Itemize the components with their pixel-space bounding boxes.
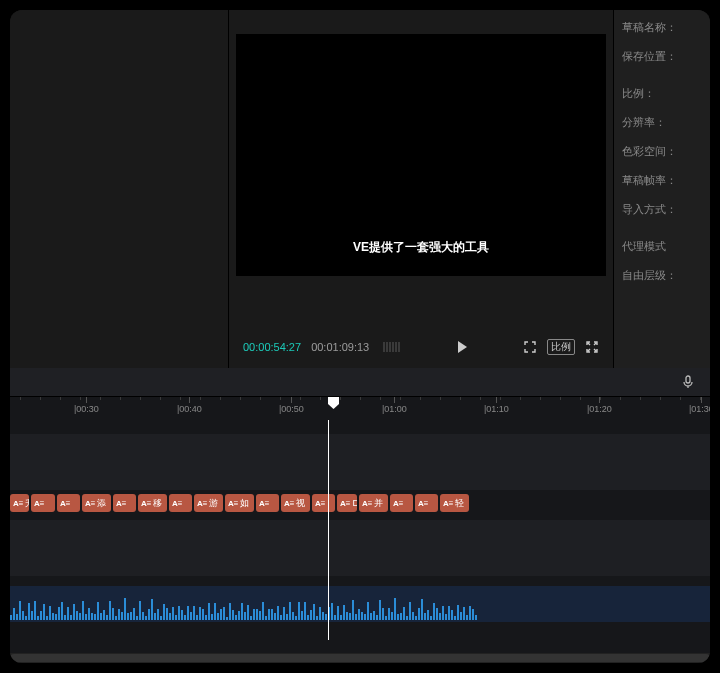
prop-save-location: 保存位置： — [622, 49, 702, 64]
text-clip-icon: A≡ — [340, 499, 350, 508]
timeline-toolbar — [10, 368, 710, 396]
ruler-mark: |00:50 — [279, 397, 304, 420]
text-clip-label: D — [352, 498, 357, 508]
media-panel — [10, 10, 229, 368]
ruler-mark: |01:10 — [484, 397, 509, 420]
text-clip-icon: A≡ — [197, 499, 207, 508]
text-clip-icon: A≡ — [443, 499, 453, 508]
svg-rect-0 — [686, 376, 690, 383]
playhead-handle[interactable] — [328, 397, 339, 409]
audio-meter-icon — [383, 342, 400, 352]
audio-waveform — [10, 586, 480, 622]
text-clip-icon: A≡ — [393, 499, 403, 508]
text-clip[interactable]: A≡ — [312, 494, 335, 512]
text-clip-icon: A≡ — [141, 499, 151, 508]
track-text[interactable]: A≡升A≡A≡A≡添A≡A≡移A≡A≡游A≡如A≡A≡视A≡A≡DA≡并A≡A≡… — [10, 494, 710, 516]
ruler-mark: |01:20 — [587, 397, 612, 420]
text-clip-label: 升 — [25, 497, 29, 510]
timeline-ruler[interactable]: |00:30|00:40|00:50|01:00|01:10|01:20|01:… — [10, 396, 710, 420]
timecode-current: 00:00:54:27 — [243, 341, 301, 353]
text-clip-icon: A≡ — [362, 499, 372, 508]
text-clip-icon: A≡ — [418, 499, 428, 508]
fullscreen-icon[interactable] — [585, 340, 599, 354]
text-clip-label: 轻 — [455, 497, 464, 510]
text-clip[interactable]: A≡ — [415, 494, 438, 512]
prop-proxy-mode: 代理模式 — [622, 239, 702, 254]
text-clip[interactable]: A≡并 — [359, 494, 388, 512]
text-clip-icon: A≡ — [85, 499, 95, 508]
track-video[interactable] — [10, 434, 710, 490]
prop-free-layer: 自由层级： — [622, 268, 702, 283]
text-clip-icon: A≡ — [172, 499, 182, 508]
text-clip[interactable]: A≡如 — [225, 494, 254, 512]
preview-panel: VE提供了一套强大的工具 00:00:54:27 00:01:09:13 比例 — [229, 10, 614, 368]
microphone-icon[interactable] — [680, 374, 696, 390]
text-clip-icon: A≡ — [259, 499, 269, 508]
text-clip[interactable]: A≡ — [256, 494, 279, 512]
text-clip[interactable]: A≡升 — [10, 494, 29, 512]
track-empty[interactable] — [10, 520, 710, 576]
text-clip-icon: A≡ — [228, 499, 238, 508]
text-clip-label: 视 — [296, 497, 305, 510]
ruler-mark: |01:30 — [689, 397, 710, 420]
text-clip-icon: A≡ — [116, 499, 126, 508]
text-clip-label: 添 — [97, 497, 106, 510]
text-clip[interactable]: A≡ — [31, 494, 55, 512]
text-clip[interactable]: A≡ — [113, 494, 136, 512]
preview-right-controls: 比例 — [523, 339, 599, 355]
preview-subtitle: VE提供了一套强大的工具 — [353, 239, 489, 256]
ruler-mark: |00:40 — [177, 397, 202, 420]
ruler-mark: |00:30 — [74, 397, 99, 420]
text-clip[interactable]: A≡ — [169, 494, 192, 512]
text-clip[interactable]: A≡添 — [82, 494, 111, 512]
transport-bar: 00:00:54:27 00:01:09:13 比例 — [229, 326, 613, 368]
text-clip-icon: A≡ — [315, 499, 325, 508]
text-clip[interactable]: A≡轻 — [440, 494, 469, 512]
prop-draft-fps: 草稿帧率： — [622, 173, 702, 188]
prop-resolution: 分辨率： — [622, 115, 702, 130]
focus-frame-icon[interactable] — [523, 340, 537, 354]
text-clip-label: 如 — [240, 497, 249, 510]
top-area: VE提供了一套强大的工具 00:00:54:27 00:01:09:13 比例 — [10, 10, 710, 368]
text-clip-label: 游 — [209, 497, 218, 510]
h-scroll-thumb[interactable] — [10, 654, 710, 662]
ruler-mark: |01:00 — [382, 397, 407, 420]
prop-draft-name: 草稿名称： — [622, 20, 702, 35]
play-button[interactable] — [455, 340, 469, 354]
text-clip-icon: A≡ — [60, 499, 70, 508]
text-clip-icon: A≡ — [284, 499, 294, 508]
text-clip-label: 并 — [374, 497, 383, 510]
preview-viewport[interactable]: VE提供了一套强大的工具 — [236, 34, 606, 276]
ratio-button[interactable]: 比例 — [547, 339, 575, 355]
playhead-line[interactable] — [328, 420, 329, 640]
text-clip[interactable]: A≡D — [337, 494, 357, 512]
text-clip[interactable]: A≡移 — [138, 494, 167, 512]
text-clip[interactable]: A≡ — [390, 494, 413, 512]
text-clip-icon: A≡ — [34, 499, 44, 508]
text-clip-icon: A≡ — [13, 499, 23, 508]
timeline-scrollbar[interactable] — [10, 653, 710, 663]
text-clip-label: 移 — [153, 497, 162, 510]
properties-panel: 草稿名称： 保存位置： 比例： 分辨率： 色彩空间： 草稿帧率： 导入方式： 代… — [614, 10, 710, 368]
app-frame: VE提供了一套强大的工具 00:00:54:27 00:01:09:13 比例 — [10, 10, 710, 663]
track-audio[interactable] — [10, 586, 710, 622]
text-clip[interactable]: A≡ — [57, 494, 80, 512]
prop-color-space: 色彩空间： — [622, 144, 702, 159]
text-clip[interactable]: A≡游 — [194, 494, 223, 512]
timecode-duration: 00:01:09:13 — [311, 341, 369, 353]
prop-import-mode: 导入方式： — [622, 202, 702, 217]
text-clip[interactable]: A≡视 — [281, 494, 310, 512]
timeline-panel: |00:30|00:40|00:50|01:00|01:10|01:20|01:… — [10, 368, 710, 663]
prop-ratio: 比例： — [622, 86, 702, 101]
tracks-area[interactable]: A≡升A≡A≡A≡添A≡A≡移A≡A≡游A≡如A≡A≡视A≡A≡DA≡并A≡A≡… — [10, 420, 710, 653]
